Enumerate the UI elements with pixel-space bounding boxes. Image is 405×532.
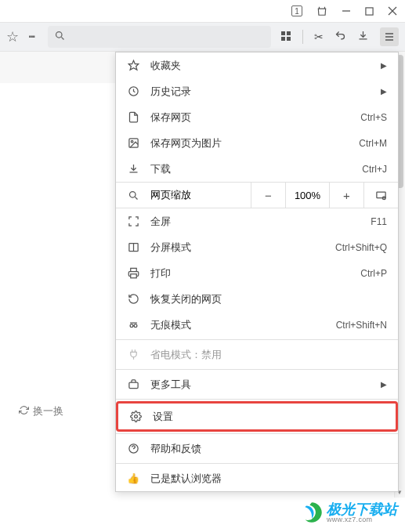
toolbar: ☆ ··· ✂ — [0, 22, 405, 52]
menu-button[interactable] — [380, 27, 399, 46]
svg-point-17 — [129, 191, 136, 197]
zoom-out-button[interactable]: − — [251, 183, 285, 208]
menu-label: 下载 — [150, 162, 351, 176]
refresh-label: 换一换 — [33, 404, 63, 418]
menu-shortcut: Ctrl+M — [359, 138, 387, 149]
menu-print[interactable]: 打印 Ctrl+P — [116, 260, 398, 286]
menu-default-browser[interactable]: 👍 已是默认浏览器 — [116, 465, 398, 491]
svg-rect-9 — [287, 37, 291, 41]
toolbar-actions: ✂ — [280, 27, 399, 46]
refresh-button[interactable]: 换一换 — [19, 404, 63, 418]
menu-label: 更多工具 — [150, 378, 370, 392]
close-button[interactable] — [388, 6, 397, 16]
menu-reopen[interactable]: 恢复关闭的网页 — [116, 286, 398, 312]
menu-split[interactable]: 分屏模式 Ctrl+Shift+Q — [116, 234, 398, 260]
maximize-button[interactable] — [365, 7, 374, 16]
minimize-button[interactable] — [342, 6, 351, 16]
chevron-right-icon: ▶ — [381, 87, 387, 96]
image-icon — [127, 137, 139, 150]
menu-label: 保存网页 — [150, 110, 349, 125]
file-icon — [127, 111, 139, 124]
svg-point-16 — [131, 140, 133, 143]
menu-incognito[interactable]: 无痕模式 Ctrl+Shift+N — [116, 312, 398, 338]
main-menu: 收藏夹 ▶ 历史记录 ▶ 保存网页 Ctrl+S 保存网页为图片 Ctrl+M … — [115, 52, 399, 492]
menu-label: 全屏 — [150, 215, 360, 229]
restore-icon — [127, 293, 139, 306]
menu-label: 无痕模式 — [150, 318, 325, 332]
titlebar: 1 — [0, 0, 405, 22]
zoom-in-button[interactable]: + — [329, 183, 363, 208]
menu-shortcut: F11 — [371, 216, 387, 227]
chevron-right-icon: ▶ — [381, 380, 387, 389]
menu-fullscreen[interactable]: 全屏 F11 — [116, 208, 398, 234]
svg-rect-19 — [377, 192, 385, 198]
chevron-right-icon: ▶ — [381, 61, 387, 70]
search-input[interactable] — [48, 26, 271, 48]
menu-save-page[interactable]: 保存网页 Ctrl+S — [116, 104, 398, 130]
svg-line-18 — [135, 197, 137, 199]
tab-count-badge[interactable]: 1 — [291, 5, 302, 16]
undo-icon[interactable] — [334, 30, 346, 44]
menu-shortcut: Ctrl+S — [360, 112, 387, 123]
menu-label: 打印 — [150, 266, 349, 280]
svg-rect-7 — [287, 31, 291, 35]
help-icon — [127, 443, 139, 455]
svg-point-27 — [134, 415, 137, 418]
more-icon[interactable]: ··· — [28, 30, 34, 44]
menu-powersave[interactable]: 省电模式：禁用 — [116, 342, 398, 367]
svg-point-24 — [130, 324, 133, 328]
menu-download[interactable]: 下载 Ctrl+J — [116, 156, 398, 182]
print-icon — [127, 267, 139, 280]
gear-icon — [129, 411, 142, 423]
svg-rect-26 — [128, 382, 137, 389]
menu-more-tools[interactable]: 更多工具 ▶ — [116, 371, 398, 397]
menu-label: 设置 — [153, 410, 385, 424]
download-icon[interactable] — [357, 30, 369, 44]
menu-label: 帮助和反馈 — [150, 442, 387, 456]
split-icon — [127, 241, 139, 254]
menu-label: 分屏模式 — [150, 241, 324, 255]
search-icon — [54, 30, 66, 45]
svg-point-25 — [134, 324, 137, 328]
menu-favorites[interactable]: 收藏夹 ▶ — [116, 52, 398, 78]
menu-settings[interactable]: 设置 — [118, 404, 396, 429]
menu-label: 省电模式：禁用 — [150, 348, 387, 362]
menu-label: 保存网页为图片 — [150, 136, 348, 150]
grid-icon[interactable] — [280, 31, 291, 44]
menu-save-image[interactable]: 保存网页为图片 Ctrl+M — [116, 130, 398, 156]
menu-label: 收藏夹 — [150, 59, 370, 73]
menu-shortcut: Ctrl+J — [362, 164, 387, 175]
menu-history[interactable]: 历史记录 ▶ — [116, 78, 398, 104]
refresh-icon — [19, 405, 29, 418]
download-icon — [127, 163, 139, 176]
menu-separator — [116, 339, 398, 340]
bookmark-icon[interactable]: ☆ — [6, 28, 19, 45]
menu-label: 历史记录 — [150, 85, 370, 99]
menu-label: 网页缩放 — [150, 188, 191, 202]
clock-icon — [127, 85, 139, 98]
zoom-label-area: 网页缩放 — [116, 183, 251, 208]
thumbsup-icon: 👍 — [127, 472, 139, 485]
svg-rect-1 — [366, 7, 373, 14]
scissors-icon[interactable]: ✂ — [314, 31, 324, 43]
zoom-fit-button[interactable] — [363, 183, 398, 208]
fullscreen-icon — [127, 215, 139, 228]
svg-rect-8 — [281, 37, 285, 41]
svg-marker-13 — [128, 60, 139, 70]
zoom-value: 100% — [285, 183, 329, 208]
menu-separator — [116, 433, 398, 434]
watermark-text-en: www.xz7.com — [327, 516, 397, 523]
svg-line-5 — [62, 37, 64, 39]
menu-zoom: 网页缩放 − 100% + — [116, 182, 398, 208]
menu-help[interactable]: 帮助和反馈 — [116, 436, 398, 461]
menu-label: 已是默认浏览器 — [150, 472, 387, 486]
svg-point-4 — [56, 31, 63, 38]
extensions-icon[interactable] — [316, 5, 327, 16]
menu-shortcut: Ctrl+Shift+N — [336, 320, 387, 331]
watermark: 极光下载站 www.xz7.com — [298, 499, 397, 526]
divider — [302, 30, 303, 44]
menu-label: 恢复关闭的网页 — [150, 292, 387, 306]
watermark-logo — [298, 499, 325, 526]
toolbox-icon — [127, 378, 139, 391]
menu-shortcut: Ctrl+P — [360, 268, 387, 279]
